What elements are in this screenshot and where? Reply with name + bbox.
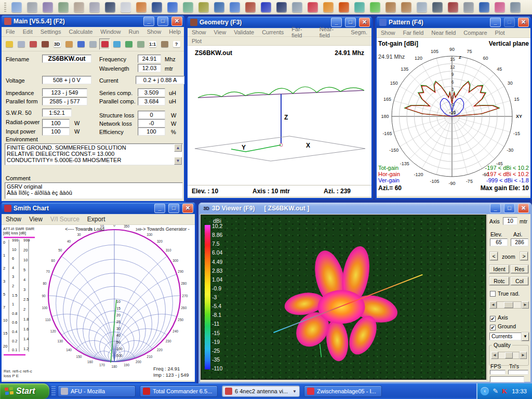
filename-field[interactable]: ZS6BKW.out <box>42 55 91 63</box>
toolbar-grip[interactable] <box>4 3 6 12</box>
taskbar-button-4[interactable]: Zwischenablage05 - I... <box>304 385 382 397</box>
series-comp-field[interactable]: 3.509 <box>138 88 165 97</box>
maximize-button[interactable]: □ <box>345 18 356 27</box>
true-rad-checkbox[interactable]: True rad. <box>490 290 520 297</box>
axis-length-field[interactable]: 10 <box>503 217 517 225</box>
pattern-titlebar[interactable]: Pattern (F4) _ □ ✕ <box>377 17 530 28</box>
smith-titlebar[interactable]: Smith Chart _ □ ✕ <box>2 203 195 214</box>
quicklaunch-icon-28[interactable] <box>432 2 443 12</box>
voltage-field[interactable]: 508 + j 0 V <box>42 76 91 84</box>
scroll-left-icon[interactable]: ◄ <box>489 301 497 309</box>
copy-toolbar-icon[interactable] <box>16 38 26 50</box>
scroll-up-icon[interactable]: ▲ <box>174 144 182 152</box>
minimize-button[interactable]: _ <box>143 17 154 26</box>
menu-item-compare[interactable]: Compare <box>463 30 487 36</box>
axis-checkbox[interactable]: ✔Axis <box>490 314 508 322</box>
menu-item-calculate[interactable]: Calculate <box>69 29 92 35</box>
maximize-button[interactable]: □ <box>157 17 168 26</box>
quicklaunch-icon-17[interactable] <box>261 2 271 12</box>
far-field-pattern-toolbar-icon[interactable] <box>99 38 110 50</box>
menu-item-v-i-source[interactable]: V/I Source <box>50 216 79 223</box>
minimize-button[interactable]: _ <box>490 18 501 27</box>
efficiency-field[interactable]: 100 <box>138 127 165 136</box>
calculate-toolbar-icon[interactable] <box>123 38 134 50</box>
quicklaunch-icon-32[interactable] <box>495 2 505 12</box>
geometry-3d-toolbar-icon[interactable]: 3D <box>51 38 62 50</box>
antenna-toolbar-icon[interactable] <box>28 38 38 50</box>
close-button[interactable]: ✕ <box>171 17 182 26</box>
quicklaunch-icon-4[interactable] <box>58 2 69 12</box>
menu-item-settings[interactable]: Settings <box>41 29 61 35</box>
close-button[interactable]: ✕ <box>359 18 370 27</box>
quicklaunch-icon-16[interactable] <box>245 2 256 12</box>
close-button[interactable]: ✕ <box>518 204 529 213</box>
menu-item-help[interactable]: Help <box>169 29 181 35</box>
quicklaunch-icon-3[interactable] <box>43 2 53 12</box>
quicklaunch-icon-14[interactable] <box>214 2 224 12</box>
quicklaunch-icon-12[interactable] <box>183 2 193 12</box>
dropdown-arrow-icon[interactable]: ▼ <box>522 332 529 341</box>
quicklaunch-icon-18[interactable] <box>276 2 287 12</box>
quicklaunch-icon-30[interactable] <box>463 2 474 12</box>
wavelength-field[interactable]: 12.03 <box>138 64 161 72</box>
quicklaunch-icon-13[interactable] <box>198 2 209 12</box>
pen-tray-icon[interactable]: ✎ <box>493 387 498 395</box>
quicklaunch-icon-5[interactable] <box>74 2 84 12</box>
taskbar-grip[interactable] <box>51 386 56 396</box>
quicklaunch-icon-26[interactable] <box>401 2 411 12</box>
slider-right-icon[interactable]: ► <box>520 352 527 359</box>
close-button[interactable]: ✕ <box>182 204 193 213</box>
ident-button[interactable]: Ident <box>489 265 509 273</box>
res-button[interactable]: Res <box>511 265 528 273</box>
antivirus-tray-icon[interactable]: K <box>502 387 507 395</box>
quality-slider[interactable]: ◄ ► <box>491 352 527 359</box>
structure-loss-field[interactable]: 0 <box>138 111 165 119</box>
menu-item-plot[interactable]: Plot <box>192 38 202 44</box>
menu-item-far-field[interactable]: Far field <box>403 30 424 36</box>
help-toolbar-icon[interactable]: ? <box>171 38 182 50</box>
zoom-in-button[interactable]: > <box>520 252 528 260</box>
menu-item-currents[interactable]: Currents <box>262 29 284 35</box>
parallel-form-field[interactable]: 2585 - j 577 <box>42 97 87 105</box>
wizard-toolbar-icon[interactable] <box>111 38 122 50</box>
geometry-window-icon[interactable] <box>190 19 197 26</box>
maximize-button[interactable]: □ <box>168 204 179 213</box>
quicklaunch-icon-11[interactable] <box>167 2 178 12</box>
radiat-power-field[interactable]: 100 <box>42 119 70 127</box>
environment-scrollbar[interactable]: ▲ ▼ <box>174 144 182 165</box>
menu-item-run[interactable]: Run <box>128 29 139 35</box>
manual-toolbar-icon[interactable] <box>159 38 170 50</box>
menu-item-near-field[interactable]: Near field <box>431 30 456 36</box>
quicklaunch-icon-33[interactable] <box>510 2 521 12</box>
pattern-window-icon[interactable] <box>379 19 387 26</box>
network-loss-field[interactable]: -0 <box>138 119 165 127</box>
minimize-button[interactable]: _ <box>154 204 165 213</box>
menu-item-far-field[interactable]: Far-field <box>291 26 311 38</box>
menu-item-export[interactable]: Export <box>87 216 105 223</box>
menu-item-plot[interactable]: Plot <box>495 30 505 36</box>
one-to-one-toolbar-icon[interactable]: 1:1 <box>147 38 158 50</box>
maximize-button[interactable]: □ <box>504 204 515 213</box>
quicklaunch-icon-20[interactable] <box>308 2 318 12</box>
menu-item-near-field[interactable]: Near-field <box>320 26 343 38</box>
menu-item-file[interactable]: File <box>6 29 15 35</box>
close-button[interactable]: ✕ <box>518 18 529 27</box>
quicklaunch-icon-1[interactable] <box>11 2 22 12</box>
near-field-toolbar-icon[interactable] <box>87 38 98 50</box>
taskbar-button-1[interactable]: AFU - Mozilla <box>58 385 136 397</box>
menu-item-view[interactable]: View <box>214 29 227 35</box>
quicklaunch-icon-10[interactable] <box>152 2 162 12</box>
quicklaunch-icon-24[interactable] <box>370 2 380 12</box>
task-group-arrow-icon[interactable]: ▼ <box>292 389 297 394</box>
minimize-button[interactable]: _ <box>490 204 501 213</box>
quicklaunch-icon-23[interactable] <box>354 2 365 12</box>
elev-field[interactable]: 65 <box>490 238 508 246</box>
open-toolbar-icon[interactable] <box>4 38 15 50</box>
main-window-icon[interactable] <box>4 18 11 25</box>
current-field[interactable]: 0.2 + j 0.88 A <box>136 76 184 84</box>
main-titlebar[interactable]: Main [V5.5.4] (F2) _ □ ✕ <box>2 16 184 27</box>
quicklaunch-icon-29[interactable] <box>448 2 458 12</box>
quicklaunch-icon-31[interactable] <box>479 2 489 12</box>
quicklaunch-icon-9[interactable] <box>136 2 147 12</box>
viewer-titlebar[interactable]: 3D 3D Viewer (F9) [ ZS6BKW.out ] _ □ ✕ <box>200 203 530 214</box>
